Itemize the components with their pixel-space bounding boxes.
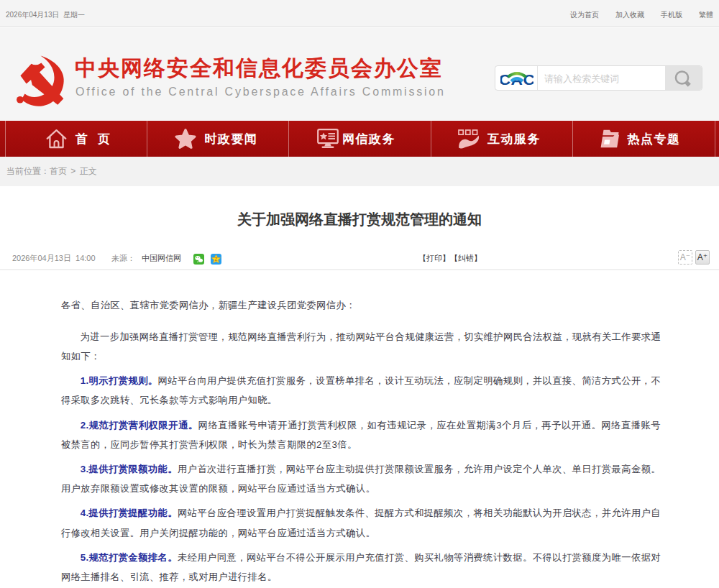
svg-text:Z: Z [215,257,218,262]
